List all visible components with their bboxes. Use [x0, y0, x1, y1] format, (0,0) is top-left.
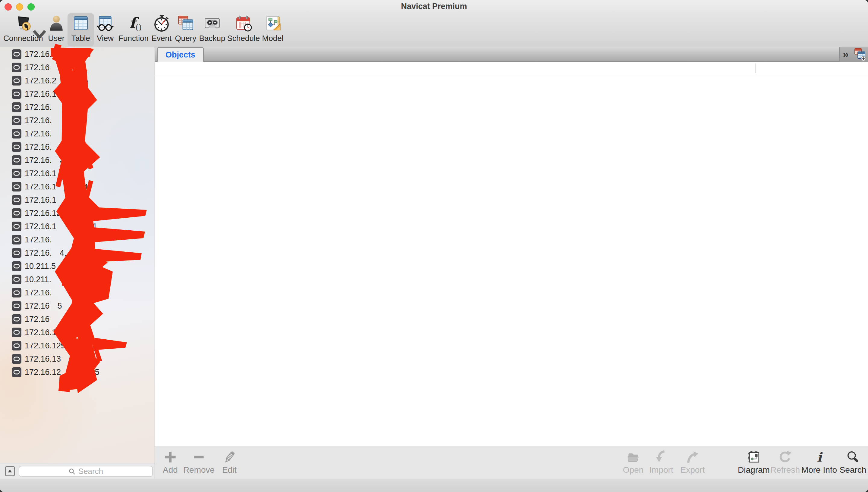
- svg-text:i: i: [817, 450, 823, 464]
- tab-overflow-button[interactable]: »: [843, 48, 849, 61]
- connection-row[interactable]: 172.16.1 p01: [0, 220, 155, 233]
- add-button[interactable]: Add: [158, 447, 182, 479]
- more-info-button[interactable]: i More Info: [798, 447, 840, 479]
- connection-row[interactable]: 172.16: [0, 61, 155, 74]
- connection-icon: [15, 15, 32, 32]
- toolbar-query-button[interactable]: Query: [173, 13, 198, 46]
- tab-objects[interactable]: Objects: [157, 47, 204, 62]
- refresh-button[interactable]: Refresh: [769, 447, 802, 479]
- database-connection-icon: [11, 128, 22, 139]
- connection-row[interactable]: 172.16.1: [0, 167, 155, 180]
- connection-row[interactable]: 172.16.: [0, 140, 155, 153]
- connection-row[interactable]: 172.16.13: [0, 326, 155, 339]
- diagram-button[interactable]: Diagram: [736, 447, 772, 479]
- connection-row[interactable]: 10.211. 5.6: [0, 273, 155, 286]
- connection-label-fragment: 4: [84, 182, 88, 192]
- import-arrow-icon: [654, 450, 668, 464]
- toolbar-connection-button[interactable]: Connection: [3, 13, 43, 46]
- connection-label: 172.16.13: [25, 328, 61, 337]
- edit-button[interactable]: Edit: [217, 447, 241, 479]
- toolbar-model-button[interactable]: Model: [257, 13, 288, 46]
- database-connection-icon: [11, 168, 22, 178]
- connection-label: 172.16.: [25, 103, 52, 112]
- connection-row[interactable]: 172.16.12: [0, 206, 155, 220]
- connection-label-fragment: 5.6: [78, 275, 90, 284]
- toolbar-event-button[interactable]: Event: [149, 13, 174, 46]
- open-label: Open: [623, 465, 644, 475]
- toolbar-schedule-button[interactable]: Schedule: [225, 13, 262, 46]
- connection-label: 172.16.1: [25, 169, 56, 178]
- remove-button[interactable]: Remove: [185, 447, 212, 479]
- connection-label-fragment: .5: [88, 354, 95, 364]
- export-button[interactable]: Export: [676, 447, 709, 479]
- header-column-divider: [755, 64, 756, 73]
- database-connection-icon: [11, 62, 22, 73]
- database-connection-icon: [11, 301, 22, 311]
- import-button[interactable]: Import: [645, 447, 678, 479]
- connection-row[interactable]: 172.16. 5: [0, 127, 155, 140]
- new-table-icon: [854, 48, 866, 61]
- connection-row[interactable]: 172.16.: [0, 101, 155, 114]
- import-label: Import: [649, 465, 673, 475]
- connection-label: 172.16.: [25, 116, 52, 125]
- tab-objects-label: Objects: [165, 50, 195, 59]
- toolbar-backup-button[interactable]: Backup: [196, 13, 228, 46]
- toolbar-query-label: Query: [175, 34, 196, 43]
- connection-row[interactable]: 172.16.: [0, 114, 155, 127]
- database-connection-icon: [11, 195, 22, 205]
- connection-row[interactable]: 172.16 5 9: [0, 299, 155, 313]
- diagram-label: Diagram: [738, 465, 770, 475]
- toolbar-backup-label: Backup: [199, 34, 226, 43]
- object-tabbar: Objects »: [155, 47, 868, 62]
- stopwatch-icon: [153, 15, 170, 32]
- connection-label: 10.211.: [25, 275, 51, 284]
- database-connection-icon: [11, 89, 22, 99]
- search-button[interactable]: Search: [838, 447, 868, 479]
- main-pane: Objects »: [155, 47, 868, 479]
- collapse-panel-button[interactable]: [5, 466, 15, 476]
- toolbar-view-button[interactable]: View: [93, 13, 117, 46]
- connection-row[interactable]: 172.16.1: [0, 87, 155, 101]
- connection-label: 172.16.13: [25, 354, 61, 364]
- database-connection-icon: [11, 288, 22, 298]
- database-connection-icon: [11, 248, 22, 258]
- minus-icon: [192, 450, 206, 464]
- database-connection-icon: [11, 155, 22, 165]
- connection-row[interactable]: 172.16.2 5: [0, 74, 155, 87]
- connection-row[interactable]: 172.16: [0, 313, 155, 326]
- connection-row[interactable]: 172.16.13 .5: [0, 352, 155, 366]
- connections-list: 172.16.1 172.16: [0, 48, 155, 463]
- toolbar-user-button[interactable]: User: [44, 13, 68, 46]
- connection-label: 172.16.1: [25, 195, 56, 205]
- connection-row[interactable]: 172.16. 6 M: [0, 233, 155, 246]
- view-icon: [96, 15, 114, 32]
- toolbar-table-button[interactable]: Table: [68, 13, 94, 46]
- database-connection-icon: [11, 76, 22, 86]
- table-icon: [72, 15, 90, 32]
- connection-row[interactable]: 172.16. 3 W: [0, 153, 155, 167]
- connection-row[interactable]: 10.211.5 .5: [0, 260, 155, 273]
- connection-label: 172.16.: [25, 129, 52, 139]
- window-bottom-edge: [0, 479, 868, 492]
- connection-row[interactable]: 172.16.1: [0, 48, 155, 61]
- connection-row[interactable]: 172.16.129.: [0, 339, 155, 352]
- connection-row[interactable]: 172.16.1 1: [0, 193, 155, 206]
- toolbar-user-label: User: [48, 34, 65, 43]
- sidebar-search-input[interactable]: Search: [19, 466, 153, 477]
- new-table-button[interactable]: [854, 48, 866, 61]
- connection-row[interactable]: 172.16.1 4: [0, 180, 155, 193]
- toolbar-function-button[interactable]: f () Function: [118, 13, 149, 46]
- database-connection-icon: [11, 327, 22, 338]
- connection-row[interactable]: 172.16. 4. O MS: [0, 246, 155, 260]
- connection-label-fragment: 6 M: [79, 235, 93, 245]
- window-title: Navicat Premium: [0, 2, 868, 11]
- search-label: Search: [840, 465, 867, 475]
- cassette-icon: [204, 15, 221, 32]
- sidebar-footer: Search: [0, 463, 155, 479]
- connection-row[interactable]: 172.16.: [0, 286, 155, 299]
- connection-row[interactable]: 172.16.12 4. 5: [0, 366, 155, 379]
- connection-label: 172.16.: [25, 288, 52, 297]
- connection-label-fragment: W: [84, 156, 91, 165]
- toolbar-event-label: Event: [151, 34, 172, 43]
- database-connection-icon: [11, 261, 22, 271]
